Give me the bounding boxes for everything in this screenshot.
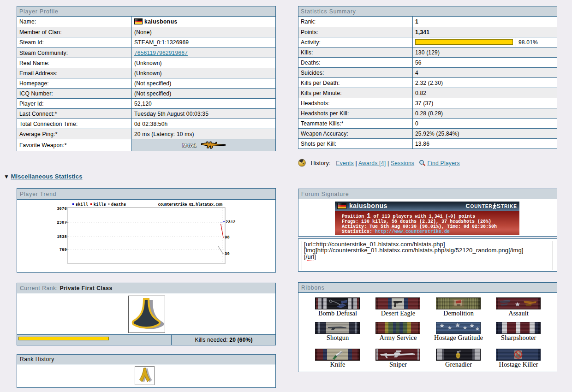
svg-text:deaths: deaths	[111, 202, 126, 207]
svg-text:counterstrike_01.hlstatsx.com: counterstrike_01.hlstatsx.com	[158, 202, 223, 207]
svg-text:1538: 1538	[57, 235, 67, 239]
svg-text:3076: 3076	[57, 207, 67, 211]
svg-text:skill: skill	[76, 202, 88, 207]
svg-text:2307: 2307	[57, 220, 67, 225]
svg-text:98: 98	[225, 235, 230, 240]
svg-text:769: 769	[60, 248, 67, 252]
svg-text:kills: kills	[94, 202, 106, 207]
svg-text:39: 39	[225, 252, 230, 256]
svg-text:M4A1: M4A1	[182, 143, 197, 148]
svg-text:2312: 2312	[226, 220, 236, 225]
